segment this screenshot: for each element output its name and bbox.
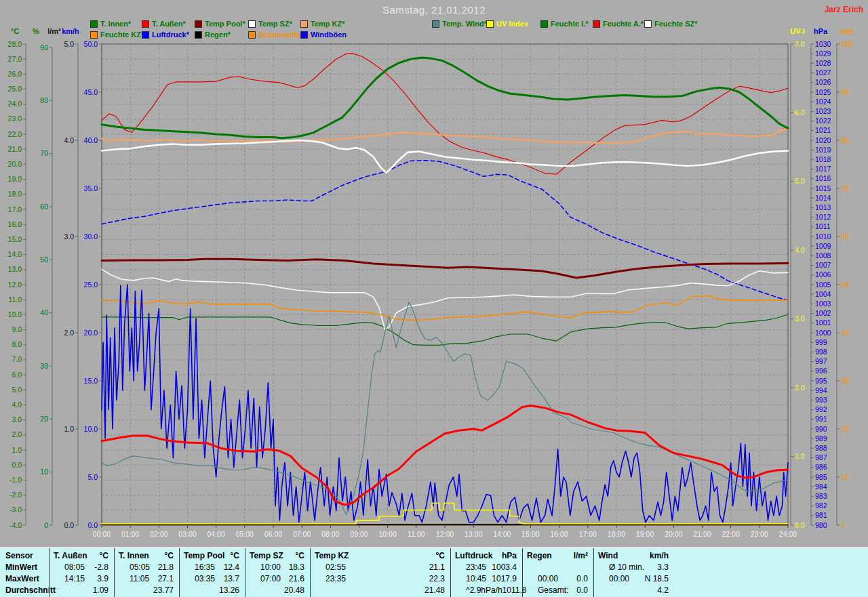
axis-tick-label: 985 <box>815 473 827 481</box>
axis-tick-label: 10.0 <box>84 425 98 433</box>
axis-tick-label: 11.0 <box>8 295 22 304</box>
axis-tick-label: 13.0 <box>8 265 22 273</box>
stats-col-temp-sz: Temp SZ°C10:0018.307:0021.620.48 <box>245 548 310 597</box>
stats-col-temp-kz: Temp KZ°C02:5521.123:3522.321.48 <box>310 548 450 597</box>
axis-tick-label: 988 <box>815 444 827 452</box>
x-tick-label: 00:00 <box>93 530 111 538</box>
stat-value: 23.77 <box>153 585 174 595</box>
axis-tick-label: 0.0 <box>12 461 22 469</box>
axis-tick-label: 10.0 <box>8 310 22 318</box>
axis-tick-label: 993 <box>815 396 827 404</box>
axis-tick-label: 50 <box>40 255 48 264</box>
axis-tick-label: 40.0 <box>84 136 98 144</box>
axis-tick-label: 1021 <box>815 126 831 134</box>
axis-tick-label: 23.0 <box>8 115 22 123</box>
stat-value: 13.7 <box>224 574 239 583</box>
x-tick-label: 20:00 <box>665 530 682 538</box>
axis-tick-label: 5.0 <box>795 177 805 185</box>
x-tick-label: 22:00 <box>722 530 740 538</box>
axis-tick-label: 996 <box>815 367 827 375</box>
stat-time: ^2.9hPa/h <box>466 585 502 595</box>
axis-tick-label: 987 <box>815 453 827 461</box>
sensor-name: T. Innen <box>119 551 149 560</box>
x-tick-label: 04:00 <box>208 530 225 538</box>
stat-value: 1.09 <box>93 585 108 595</box>
axis-tick-label: 21.0 <box>8 145 22 153</box>
axis-tick-label: 18.0 <box>8 190 22 198</box>
stat-time: 00:00 <box>538 574 558 583</box>
x-tick-label: 07:00 <box>293 530 311 538</box>
axis-tick-label: 30 <box>40 362 48 370</box>
stat-value: -2.8 <box>94 562 108 572</box>
axis-tick-label: 1022 <box>815 117 831 125</box>
stat-value: 21.1 <box>429 562 445 572</box>
axis-unit-min: min <box>840 27 854 35</box>
axis-tick-label: 10 <box>40 468 48 476</box>
axis-tick-label: 15.0 <box>8 235 22 243</box>
stat-value: 21.6 <box>289 574 304 583</box>
axis-tick-label: 16.0 <box>8 220 22 228</box>
stats-col-luftdruck: LuftdruckhPa23:451003.410:451017.9^2.9hP… <box>450 548 522 597</box>
axis-pct: 0102030405060708090% <box>33 27 52 529</box>
axis-unit-lm2: l/m² <box>47 27 61 35</box>
stats-col-t-innen: T. Innen°C05:0521.811:0527.123.77 <box>114 548 179 597</box>
x-tick-label: 19:00 <box>636 530 654 538</box>
axis-unit-kmh: km/h <box>62 27 79 35</box>
sensor-unit: km/h <box>650 551 669 560</box>
axis-tick-label: 1030 <box>815 40 831 48</box>
axis-tick-label: 1025 <box>815 88 831 96</box>
axis-tick-label: 0.0 <box>64 521 74 529</box>
axis-tick-label: 983 <box>815 492 827 500</box>
stat-value: 27.1 <box>158 574 174 583</box>
axis-tick-label: 1028 <box>815 59 831 67</box>
stat-time: Ø 10 min. <box>609 562 644 572</box>
axis-tick-label: 3.0 <box>12 415 22 424</box>
axis-tick-label: 20.0 <box>84 329 98 337</box>
sensor-name: Temp KZ <box>315 551 349 560</box>
series-temp_pool <box>102 259 788 278</box>
axis-tick-label: 2.0 <box>12 430 22 438</box>
axis-tick-label: 50.0 <box>84 40 98 48</box>
stat-time: 10:00 <box>260 562 281 572</box>
axis-tick-label: 100 <box>841 40 853 48</box>
stats-col-temp-pool: Temp Pool°C16:3512.403:3513.713.26 <box>179 548 245 597</box>
x-tick-label: 18:00 <box>608 530 625 538</box>
stats-row-header: Durchschnitt <box>0 584 49 596</box>
axis-tick-label: 1018 <box>815 155 831 163</box>
stat-time: 02:55 <box>326 562 346 572</box>
stat-time: 03:35 <box>195 574 215 583</box>
axis-tick-label: 90 <box>40 43 48 52</box>
stat-value: 4.2 <box>657 585 669 595</box>
stat-time: 23:45 <box>466 562 486 572</box>
stats-row-header: MinWert <box>0 561 49 573</box>
axis-tick-label: 982 <box>815 501 827 510</box>
sensor-unit: l/m² <box>574 551 588 560</box>
stat-time: 14:15 <box>64 574 85 583</box>
stat-time: 23:35 <box>326 574 346 583</box>
axis-tick-label: 20 <box>841 425 849 433</box>
axis-tick-label: 1009 <box>815 242 831 250</box>
x-tick-label: 21:00 <box>693 530 711 538</box>
axis-tick-label: 14.0 <box>8 250 22 258</box>
axis-tick-label: 1017 <box>815 165 831 173</box>
axis-tick-label: 1027 <box>815 68 831 77</box>
x-tick-label: 06:00 <box>264 530 282 538</box>
x-tick-label: 12:00 <box>436 530 454 538</box>
axis-tick-label: 1026 <box>815 78 831 86</box>
axis-tick-label: 990 <box>815 425 827 433</box>
axis-tick-label: 1008 <box>815 251 831 260</box>
sensor-unit: °C <box>296 551 304 560</box>
axis-tick-label: 19.0 <box>8 175 22 183</box>
axis-tick-label: 2.0 <box>64 329 74 337</box>
stat-value: 21.48 <box>425 585 445 595</box>
weather-chart: -4.0-3.0-2.0-1.00.01.02.03.04.05.06.07.0… <box>0 0 868 545</box>
series-luftdruck <box>102 161 788 300</box>
axis-tick-label: -1.0 <box>9 476 22 484</box>
stat-value: 3.3 <box>657 562 669 572</box>
stat-time: 07:00 <box>260 574 281 583</box>
axis-tick-label: 1.0 <box>64 425 74 433</box>
axis-tick-label: 50 <box>841 281 849 289</box>
stat-time: 00:00 <box>609 574 629 583</box>
stat-time: 05:05 <box>130 562 150 572</box>
axis-tick-label: 6.0 <box>795 108 805 117</box>
